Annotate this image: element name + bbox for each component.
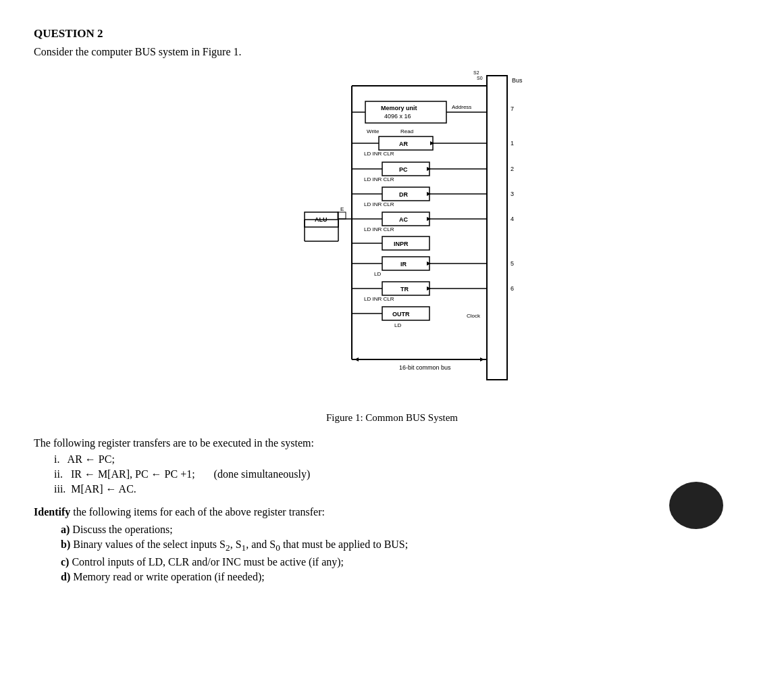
identify-item-b: b) Binary values of the select inputs S2… — [61, 539, 750, 553]
svg-text:LD  INR  CLR: LD INR CLR — [364, 201, 394, 207]
bus-diagram-svg: Bus S2 S0 7 Memory unit 4096 x 16 Addres… — [217, 69, 568, 407]
svg-text:S2: S2 — [473, 70, 479, 75]
svg-text:AC: AC — [399, 216, 408, 223]
transfer-text-3: M[AR] ← AC. — [71, 483, 136, 495]
svg-marker-18 — [430, 141, 434, 145]
svg-rect-38 — [338, 212, 346, 219]
svg-text:DR: DR — [399, 191, 408, 198]
identify-item-d: d) Memory read or write operation (if ne… — [61, 571, 750, 583]
svg-text:INPR: INPR — [394, 241, 409, 247]
transfer-item-3: iii. M[AR] ← AC. — [54, 483, 750, 495]
transfers-intro: The following register transfers are to … — [34, 437, 750, 449]
svg-text:Bus: Bus — [512, 77, 523, 84]
svg-marker-58 — [427, 261, 431, 266]
svg-text:Clock: Clock — [467, 313, 481, 319]
svg-text:LD  INR  CLR: LD INR CLR — [364, 151, 394, 157]
svg-text:S0: S0 — [477, 76, 483, 80]
svg-marker-77 — [480, 357, 484, 361]
identify-item-c: c) Control inputs of LD, CLR and/or INC … — [61, 556, 750, 568]
svg-text:7: 7 — [511, 105, 514, 112]
svg-text:Write: Write — [367, 128, 380, 134]
svg-text:LD  INR  CLR: LD INR CLR — [364, 296, 394, 302]
svg-text:E: E — [340, 206, 344, 212]
svg-text:1: 1 — [511, 140, 514, 147]
identify-list: a) Discuss the operations; b) Binary val… — [61, 524, 750, 583]
svg-text:LD: LD — [394, 322, 401, 328]
svg-marker-25 — [427, 167, 431, 171]
transfer-num-3: iii. — [54, 483, 68, 495]
svg-text:2: 2 — [511, 166, 514, 172]
svg-text:LD: LD — [374, 271, 381, 277]
svg-marker-32 — [427, 192, 431, 196]
svg-text:6: 6 — [511, 285, 514, 292]
transfer-text-1: AR ← PC; — [68, 453, 115, 465]
identify-item-a: a) Discuss the operations; — [61, 524, 750, 536]
transfer-note-2: (done simultaneously) — [214, 468, 311, 480]
svg-text:PC: PC — [399, 166, 408, 173]
transfer-num-2: ii. — [54, 468, 68, 480]
svg-text:Read: Read — [400, 128, 413, 134]
svg-rect-0 — [487, 76, 507, 380]
transfers-list: i. AR ← PC; ii. IR ← M[AR], PC ← PC +1; … — [54, 453, 750, 495]
svg-text:16-bit common bus: 16-bit common bus — [399, 364, 451, 371]
figure-container: Bus S2 S0 7 Memory unit 4096 x 16 Addres… — [34, 69, 750, 424]
svg-text:4096 x 16: 4096 x 16 — [384, 113, 411, 120]
svg-text:Memory unit: Memory unit — [381, 105, 417, 111]
identify-intro: Identify the following items for each of… — [34, 506, 750, 518]
svg-marker-76 — [355, 357, 359, 361]
svg-text:OUTR: OUTR — [392, 311, 410, 318]
redacted-element — [669, 482, 723, 529]
intro-text: Consider the computer BUS system in Figu… — [34, 46, 750, 58]
svg-text:3: 3 — [511, 191, 514, 197]
svg-text:LD  INR  CLR: LD INR CLR — [364, 176, 394, 182]
svg-marker-44 — [427, 217, 431, 221]
transfer-text-2: IR ← M[AR], PC ← PC +1; — [71, 468, 211, 480]
transfer-num-1: i. — [54, 453, 65, 465]
figure-caption: Figure 1: Common BUS System — [326, 412, 458, 424]
svg-text:4: 4 — [511, 216, 514, 222]
svg-text:AR: AR — [399, 141, 408, 147]
svg-text:Address: Address — [452, 104, 471, 110]
svg-text:IR: IR — [400, 261, 407, 268]
svg-text:LD  INR  CLR: LD INR CLR — [364, 226, 394, 232]
svg-marker-65 — [427, 286, 431, 291]
question-title: QUESTION 2 — [34, 27, 750, 41]
svg-text:5: 5 — [511, 260, 514, 267]
svg-text:TR: TR — [400, 286, 409, 293]
transfer-item-2: ii. IR ← M[AR], PC ← PC +1; (done simult… — [54, 468, 750, 480]
transfer-item-1: i. AR ← PC; — [54, 453, 750, 466]
